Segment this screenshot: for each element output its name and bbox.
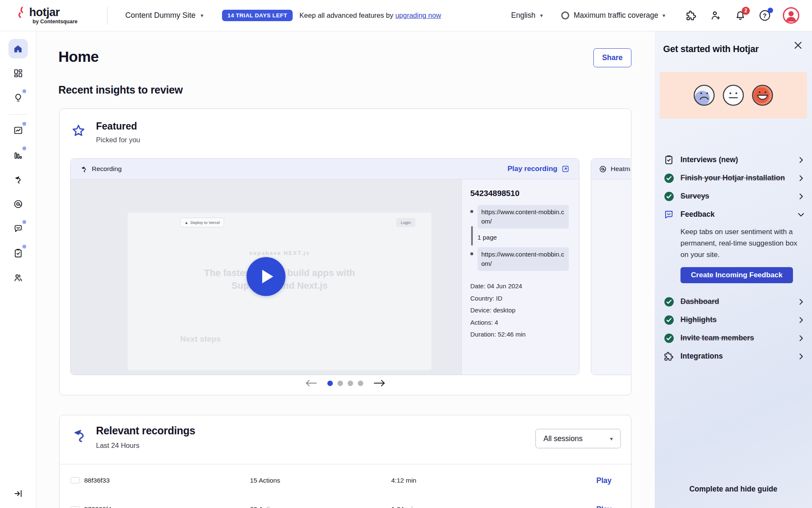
guide-item-feedback[interactable]: Feedback: [663, 205, 805, 224]
guide-item-installation[interactable]: Finish your Hotjar installation: [663, 169, 805, 187]
timeline-bullet: [470, 210, 473, 213]
notification-count-badge: 2: [742, 7, 750, 15]
chevron-right-icon: [797, 334, 805, 342]
featured-subtitle: Picked for you: [96, 136, 140, 144]
bar-chart-icon: [13, 150, 23, 160]
check-circle-icon: [664, 173, 675, 184]
heatmap-card[interactable]: Heatmap: [591, 158, 631, 375]
meta-device: Device: desktop: [470, 304, 571, 317]
chevron-down-icon: ▾: [200, 13, 203, 18]
feedback-bubble-icon: [13, 224, 23, 234]
previous-arrow-button[interactable]: [304, 378, 318, 388]
recording-row-id: 88f36f33: [84, 477, 110, 484]
heatmap-at-icon: [13, 199, 23, 209]
user-avatar[interactable]: [783, 7, 799, 24]
recording-row[interactable]: 573086f4 23 Actions 1:34 min Play: [60, 496, 631, 508]
star-icon: [71, 123, 86, 139]
recording-row[interactable]: 88f36f33 15 Actions 4:12 min Play: [60, 464, 631, 496]
sidebar-item-heatmaps[interactable]: [8, 194, 28, 214]
play-row-link[interactable]: Play: [596, 505, 612, 508]
play-button[interactable]: [247, 257, 285, 296]
invite-user-button[interactable]: [709, 9, 722, 22]
notification-dot: [22, 245, 26, 248]
recording-card: Recording Play recording: [70, 158, 579, 375]
lightbulb-icon: [13, 93, 23, 103]
sidebar-item-home[interactable]: [8, 39, 28, 58]
recording-row-duration: 1:34 min: [391, 505, 416, 508]
visited-url-chip[interactable]: https://www.content-mobbin.com/: [477, 205, 569, 229]
sidebar-item-funnels[interactable]: [8, 145, 28, 165]
brand-name: hotjar: [29, 6, 60, 18]
header-divider: [107, 7, 107, 25]
chevron-down-icon: [797, 210, 805, 219]
sidebar-item-surveys[interactable]: [8, 243, 28, 263]
sad-face-icon: [690, 81, 718, 109]
recording-preview: ▲ Deploy to Vercel Login supabase NEXT.j…: [71, 179, 461, 375]
sidebar-item-dashboards[interactable]: [8, 64, 28, 83]
brand-byline: by Contentsquare: [33, 19, 77, 25]
person-add-icon: [710, 10, 721, 21]
sidebar-item-insights[interactable]: [8, 88, 28, 108]
sidebar-item-interviews[interactable]: [8, 268, 28, 287]
hotjar-flame-icon: [16, 6, 26, 19]
create-incoming-feedback-button[interactable]: Create Incoming Feedback: [680, 267, 793, 283]
happy-face-icon: [749, 81, 776, 109]
sentiment-faces-banner: [660, 72, 807, 119]
upgrade-link[interactable]: upgrading now: [395, 11, 441, 19]
chevron-right-icon: [797, 192, 805, 201]
relevant-recordings-title: Relevant recordings: [96, 425, 195, 437]
home-icon: [13, 44, 23, 54]
page-title: Home: [58, 48, 99, 65]
recording-row-duration: 4:12 min: [391, 477, 416, 484]
carousel-dot-3[interactable]: [348, 381, 353, 386]
mock-deploy-button: ▲ Deploy to Vercel: [180, 218, 224, 227]
sidebar-item-feedback[interactable]: [8, 219, 28, 238]
guide-title: Get started with Hotjar: [663, 44, 759, 55]
recording-row-actions: 23 Actions: [250, 505, 280, 508]
next-arrow-button[interactable]: [373, 378, 387, 388]
webpage-thumbnail: ▲ Deploy to Vercel Login supabase NEXT.j…: [128, 213, 431, 370]
guide-item-dashboard[interactable]: Dashboard: [663, 293, 805, 311]
puzzle-icon: [686, 10, 697, 21]
language-selector[interactable]: English ▾: [511, 11, 543, 20]
complete-hide-guide-link[interactable]: Complete and hide guide: [655, 485, 812, 494]
carousel-dot-4[interactable]: [358, 381, 363, 386]
clipboard-check-icon: [664, 155, 674, 165]
sidebar-item-recordings[interactable]: [8, 170, 28, 189]
visited-url-chip[interactable]: https://www.content-mobbin.com/: [477, 247, 569, 271]
insights-heading: Recent insights to review: [58, 84, 183, 96]
guide-item-highlights[interactable]: Highlights: [663, 311, 805, 329]
sessions-filter-dropdown[interactable]: All sessions ▾: [535, 429, 621, 448]
traffic-coverage-selector[interactable]: Maximum traffic coverage ▾: [561, 11, 665, 20]
relevant-recordings-subtitle: Last 24 Hours: [96, 442, 140, 450]
recording-meta: Date: 04 Jun 2024 Country: ID Device: de…: [470, 280, 571, 341]
carousel-dot-1[interactable]: [327, 381, 333, 386]
traffic-label: Maximum traffic coverage: [573, 11, 658, 20]
guide-item-surveys[interactable]: Surveys: [663, 187, 805, 205]
carousel-pagination: [60, 378, 631, 388]
language-label: English: [511, 11, 535, 20]
main-content: Home Share Recent insights to review Fea…: [36, 31, 655, 508]
guide-item-interviews[interactable]: Interviews (new): [663, 151, 805, 169]
heatmap-type-label: Heatmap: [611, 165, 631, 173]
play-recording-link[interactable]: Play recording: [508, 165, 570, 173]
sidebar-item-trends[interactable]: [8, 121, 28, 140]
guide-item-integrations[interactable]: Integrations: [663, 347, 805, 365]
help-button[interactable]: ?: [758, 9, 771, 22]
site-selector[interactable]: Content Dummy Site ▾: [125, 11, 203, 20]
notification-dot: [22, 122, 26, 126]
chevron-down-icon: ▾: [610, 436, 613, 442]
sidebar-collapse-button[interactable]: [0, 489, 36, 499]
close-panel-button[interactable]: [793, 40, 804, 51]
share-button[interactable]: Share: [593, 48, 631, 67]
carousel-dot-2[interactable]: [337, 381, 343, 386]
meta-duration: Duration: 52:46 min: [470, 329, 571, 341]
hotjar-logo[interactable]: hotjar by Contentsquare: [16, 6, 77, 25]
meta-country: Country: ID: [470, 293, 571, 305]
mock-next-steps: Next steps: [180, 334, 221, 344]
play-row-link[interactable]: Play: [596, 476, 612, 485]
notifications-button[interactable]: 2: [734, 9, 746, 22]
integrations-button[interactable]: [685, 9, 697, 22]
check-circle-icon: [664, 296, 675, 307]
guide-item-invite-team[interactable]: Invite team members: [663, 329, 805, 347]
